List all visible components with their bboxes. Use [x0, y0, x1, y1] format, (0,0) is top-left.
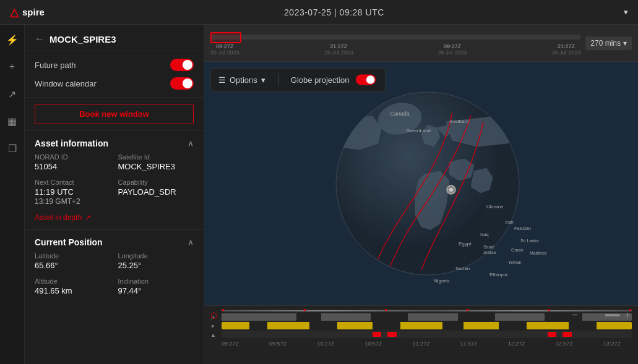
- timeline-background: [210, 35, 580, 40]
- top-bar-dropdown[interactable]: ▾: [624, 7, 628, 17]
- altitude-label: Altitude: [35, 277, 111, 285]
- logo: △ spire: [10, 6, 45, 19]
- asset-info-header: Asset information ∧: [25, 131, 204, 153]
- svg-text:Nigeria: Nigeria: [434, 278, 450, 284]
- dot-4: ●: [548, 307, 551, 313]
- icon-sidebar: ⚡ + ↗ ▦ ❐: [0, 25, 25, 364]
- bt-row-1: ↗: [222, 313, 632, 321]
- bt-row-3: ▲: [222, 331, 632, 338]
- globe-projection-row: Globe projection: [291, 74, 378, 86]
- window-calendar-label: Window calendar: [35, 79, 97, 88]
- logo-text: spire: [22, 7, 45, 17]
- svg-text:Ethiopia: Ethiopia: [489, 272, 507, 277]
- back-icon[interactable]: ←: [35, 33, 45, 44]
- timeline-cursor[interactable]: [210, 32, 241, 43]
- window-calendar-toggle[interactable]: [170, 77, 194, 90]
- svg-text:Pakistan: Pakistan: [514, 226, 531, 231]
- next-contact-sub: 13:19 GMT+2: [35, 197, 111, 206]
- right-content: 09:27Z 25 Jul 2023 21:27Z 25 Jul 2023 09…: [204, 25, 638, 364]
- svg-text:Iran: Iran: [505, 219, 514, 225]
- dot-0: ●: [222, 307, 225, 313]
- inclination-item: Inclination 97.44°: [118, 277, 194, 295]
- bt-label-6: 12:27Z: [508, 341, 525, 347]
- dot-3: ●: [466, 307, 469, 313]
- next-contact-item: Next Contact 11:19 UTC 13:19 GMT+2: [35, 179, 111, 206]
- bt-label-5: 11:57Z: [460, 341, 478, 347]
- next-contact-label: Next Contact: [35, 179, 111, 186]
- page-datetime: 2023-07-25 | 09:28 UTC: [284, 7, 384, 17]
- asset-link-label: Asset in depth: [35, 213, 82, 222]
- options-chevron: ▾: [261, 75, 265, 85]
- bt-label-8: 13:27Z: [603, 341, 621, 347]
- capability-item: Capability PAYLOAD_SDR: [118, 179, 194, 206]
- dot-2: ●: [384, 307, 387, 313]
- top-bar: △ spire 2023-07-25 | 09:28 UTC ▾: [0, 0, 638, 25]
- timeline-mins-selector[interactable]: 270 mins ▾: [585, 36, 632, 50]
- altitude-item: Altitude 491.65 km: [35, 277, 111, 295]
- bt-label-0: 09:27Z: [222, 341, 239, 347]
- zoom-slider[interactable]: [583, 314, 620, 316]
- asset-link-icon: ↗: [85, 213, 91, 222]
- altitude-value: 491.65 km: [35, 286, 111, 295]
- filter-icon: ☰: [218, 75, 226, 85]
- longitude-item: Longitude 25.25°: [118, 252, 194, 270]
- satellite-header: ← MOCK_SPIRE3: [25, 25, 204, 51]
- options-button[interactable]: ☰ Options ▾: [218, 75, 265, 85]
- timeline-mins-label: 270 mins: [590, 39, 621, 48]
- future-path-label: Future path: [35, 61, 76, 70]
- sidebar-icon-satellite[interactable]: ↗: [4, 85, 21, 103]
- asset-info-chevron[interactable]: ∧: [188, 138, 194, 148]
- satellite-id-item: Satellite Id MOCK_SPIRE3: [118, 153, 194, 171]
- longitude-value: 25.25°: [118, 261, 194, 270]
- bottom-timeline-labels: 09:27Z 09:57Z 10:27Z 10:57Z 11:27Z 11:57…: [204, 339, 638, 347]
- options-separator: [278, 74, 278, 86]
- bt-label-4: 11:27Z: [412, 341, 429, 347]
- current-position-chevron[interactable]: ∧: [188, 237, 194, 247]
- future-path-toggle[interactable]: [170, 59, 194, 71]
- left-panel: ← MOCK_SPIRE3 Future path Window calenda…: [25, 25, 204, 364]
- sidebar-icon-docs[interactable]: ❐: [4, 140, 21, 157]
- position-grid: Latitude 65.66° Longitude 25.25° Altitud…: [35, 252, 194, 295]
- toggles-section: Future path Window calendar: [25, 51, 204, 98]
- bt-label-3: 10:57Z: [364, 341, 382, 347]
- book-window-button[interactable]: Book new window: [35, 104, 194, 124]
- svg-text:GreenLand: GreenLand: [406, 128, 431, 133]
- bt-row-1-icon: ↗: [210, 315, 215, 321]
- svg-text:Iraq: Iraq: [480, 232, 489, 237]
- bt-label-2: 10:27Z: [317, 341, 334, 347]
- svg-text:Saudi: Saudi: [483, 245, 494, 249]
- asset-info-title: Asset information: [35, 138, 108, 148]
- sidebar-icon-calendar[interactable]: ▦: [4, 112, 21, 130]
- timeline-bar: 09:27Z 25 Jul 2023 21:27Z 25 Jul 2023 09…: [204, 25, 638, 62]
- timeline-track[interactable]: 09:27Z 25 Jul 2023 21:27Z 25 Jul 2023 09…: [210, 31, 580, 56]
- zoom-out-button[interactable]: −: [572, 310, 577, 321]
- zoom-in-button[interactable]: +: [625, 310, 631, 321]
- options-bar: ☰ Options ▾ Globe projection: [210, 68, 386, 91]
- bt-progress-line: ● ● ● ● ● ●: [222, 310, 632, 311]
- bt-label-1: 09:57Z: [269, 341, 287, 347]
- norad-id-item: NORAD ID 51054: [35, 153, 111, 171]
- tick-1: 21:27Z 25 Jul 2023: [324, 43, 353, 56]
- tick-0: 09:27Z 25 Jul 2023: [210, 43, 239, 56]
- asset-info-body: NORAD ID 51054 Satellite Id MOCK_SPIRE3 …: [25, 153, 204, 230]
- logo-icon: △: [10, 6, 19, 19]
- latitude-item: Latitude 65.66°: [35, 252, 111, 270]
- asset-info-grid: NORAD ID 51054 Satellite Id MOCK_SPIRE3 …: [35, 153, 194, 206]
- bt-label-7: 12:57Z: [556, 341, 573, 347]
- globe-projection-toggle[interactable]: [356, 75, 376, 85]
- bottom-timeline: − + ⬡ ● ● ● ● ●: [204, 305, 638, 364]
- timeline-ticks: 09:27Z 25 Jul 2023 21:27Z 25 Jul 2023 09…: [210, 43, 580, 56]
- satellite-id-value: MOCK_SPIRE3: [118, 162, 194, 171]
- sidebar-icon-alert[interactable]: ⚡: [4, 31, 21, 48]
- satellite-name: MOCK_SPIRE3: [50, 34, 116, 44]
- sidebar-icon-plus[interactable]: +: [4, 58, 21, 75]
- svg-text:Sri Lanka: Sri Lanka: [520, 239, 539, 243]
- longitude-label: Longitude: [118, 252, 194, 260]
- svg-text:Egypt: Egypt: [459, 241, 472, 247]
- bt-row-3-icon: ▲: [210, 332, 216, 338]
- dot-1: ●: [303, 307, 306, 313]
- options-label: Options: [230, 75, 257, 85]
- svg-text:Maldives: Maldives: [530, 251, 547, 255]
- svg-text:Svalbard: Svalbard: [449, 119, 469, 124]
- asset-in-depth-link[interactable]: Asset in depth ↗: [35, 213, 194, 222]
